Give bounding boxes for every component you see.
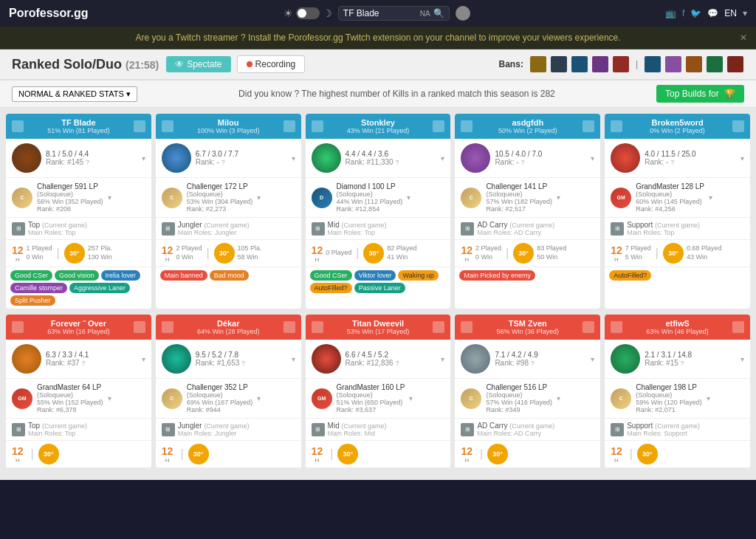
player-avatar xyxy=(611,344,640,374)
facebook-icon[interactable]: f xyxy=(682,8,684,18)
rank-expand-button[interactable]: ▾ xyxy=(709,193,712,202)
header-buttons: 👁 Spectate Recording xyxy=(166,55,305,73)
champ-icon-2 xyxy=(134,321,145,333)
rank-expand-button[interactable]: ▾ xyxy=(557,394,560,402)
player-tag[interactable]: Aggressive Laner xyxy=(69,283,130,293)
expand-button[interactable]: ▾ xyxy=(441,154,444,162)
info-icon[interactable]: ? xyxy=(395,159,399,166)
main-roles: Main Roles: Jungler xyxy=(178,229,250,236)
search-icon[interactable]: 🔍 xyxy=(433,8,444,18)
player-tag[interactable]: AutoFilled? xyxy=(609,270,651,281)
rank-expand-button[interactable]: ▾ xyxy=(409,394,413,402)
current-role: Support (Current game) xyxy=(627,422,700,430)
player-tag[interactable]: Viktor lover xyxy=(354,270,396,281)
player-rank-text: Rank: - ? xyxy=(196,158,287,166)
player-tag[interactable]: Bad mood xyxy=(210,270,249,281)
info-icon[interactable]: ? xyxy=(531,360,535,367)
expand-button[interactable]: ▾ xyxy=(292,154,295,162)
info-icon[interactable]: ? xyxy=(395,360,399,367)
search-box[interactable]: NA 🔍 xyxy=(338,6,450,21)
player-tag[interactable]: Main Picked by enemy xyxy=(459,270,535,281)
recording-button[interactable]: Recording xyxy=(237,55,306,73)
rank-expand-button[interactable]: ▾ xyxy=(707,394,710,402)
expand-button[interactable]: ▾ xyxy=(591,154,594,162)
player-tag[interactable]: Main banned xyxy=(160,270,207,281)
player-tag[interactable]: Good CSer xyxy=(310,270,352,281)
rank-expand-button[interactable]: ▾ xyxy=(557,193,560,202)
info-icon[interactable]: ? xyxy=(81,360,85,367)
expand-button[interactable]: ▾ xyxy=(142,355,145,363)
queue-type: (Soloqueue) xyxy=(187,391,253,399)
stat-divider: | xyxy=(206,247,209,260)
language-button[interactable]: EN xyxy=(724,8,737,18)
ban-champ-10 xyxy=(727,56,743,72)
player-details: 7.1 / 4.2 / 4.9 Rank: #98 ? xyxy=(495,351,586,367)
twitch-icon[interactable]: 📺 xyxy=(665,8,676,18)
hours-label: H xyxy=(165,457,170,464)
expand-button[interactable]: ▾ xyxy=(591,355,594,363)
page-title: Ranked Solo/Duo (21:58) xyxy=(12,57,159,72)
info-icon[interactable]: ? xyxy=(681,360,684,367)
role-icon: ⊞ xyxy=(12,423,25,436)
player-tag[interactable]: Waking up xyxy=(398,270,438,281)
stats-row: 12 H 0 Played | 30° 82 Played 41 Win xyxy=(306,240,451,267)
rank-icon: C xyxy=(162,388,182,409)
expand-button[interactable]: ▾ xyxy=(441,355,444,363)
stats-row: 12 H | 30° xyxy=(156,441,301,468)
expand-button[interactable]: ▾ xyxy=(292,355,295,363)
info-icon[interactable]: ? xyxy=(86,159,89,166)
main-roles: Main Roles: AD Carry xyxy=(477,430,554,437)
win-count: 0 Win xyxy=(176,253,202,262)
info-icon[interactable]: ? xyxy=(241,360,245,367)
main-roles: Main Roles: Mid xyxy=(328,430,387,437)
info-icon[interactable]: ? xyxy=(221,159,225,166)
hours-label: H xyxy=(16,457,20,464)
stats-dropdown-button[interactable]: NORMAL & RANKED STATS ▾ xyxy=(12,86,137,102)
hours-label: H xyxy=(315,457,319,464)
info-icon[interactable]: ? xyxy=(670,159,674,166)
recording-dot-icon xyxy=(247,61,252,67)
player-tag[interactable]: Irelia lover xyxy=(101,270,141,281)
tags-section: Good CSerGood visionIrelia loverCamille … xyxy=(6,267,151,309)
lang-dropdown-icon[interactable]: ▾ xyxy=(743,8,747,18)
spectate-button[interactable]: 👁 Spectate xyxy=(166,56,230,72)
twitter-icon[interactable]: 🐦 xyxy=(690,8,701,18)
rank-expand-button[interactable]: ▾ xyxy=(108,193,111,202)
player-tag[interactable]: Split Pusher xyxy=(10,295,55,306)
rank-expand-button[interactable]: ▾ xyxy=(407,193,410,202)
main-roles: Main Roles: AD Carry xyxy=(477,229,554,236)
announcement-banner: Are you a Twitch streamer ? Install the … xyxy=(0,27,756,49)
hours-stat: 12 H xyxy=(12,445,24,464)
tier-winrate: 60% Win (145 Played) xyxy=(636,198,704,205)
discord-icon[interactable]: 💬 xyxy=(707,8,718,18)
expand-button[interactable]: ▾ xyxy=(740,355,744,363)
rank-expand-button[interactable]: ▾ xyxy=(108,394,111,402)
champ-icon-2 xyxy=(583,321,594,333)
player-tag[interactable]: Camille stomper xyxy=(10,283,67,293)
rank-section: C Challenger 591 LP (Soloqueue) 56% Win … xyxy=(6,178,151,218)
stat-circle: 30° xyxy=(513,243,534,264)
stats-row: 12 H 7 Played 5 Win | 30° 0.68 Played 43… xyxy=(605,240,750,267)
info-icon[interactable]: ? xyxy=(520,159,524,166)
tier-rank: Rank: #2,273 xyxy=(187,205,253,213)
theme-toggle[interactable]: ☀ ☽ xyxy=(284,7,332,19)
expand-button[interactable]: ▾ xyxy=(142,154,145,162)
player-tag[interactable]: Passive Laner xyxy=(354,283,405,293)
rank-expand-button[interactable]: ▾ xyxy=(257,394,261,402)
rank-info: Challenger 198 LP (Soloqueue) 59% Win (1… xyxy=(636,383,702,413)
stat-circle: 30° xyxy=(337,444,358,464)
toggle-switch[interactable] xyxy=(296,7,320,19)
player-tag[interactable]: AutoFilled? xyxy=(310,283,352,293)
top-builds-button[interactable]: Top Builds for 🏆 xyxy=(656,85,744,103)
win-count-2: 41 Win xyxy=(387,253,416,262)
search-input[interactable] xyxy=(343,8,417,18)
player-tag[interactable]: Good vision xyxy=(55,270,99,281)
expand-button[interactable]: ▾ xyxy=(740,154,744,162)
player-tag[interactable]: Good CSer xyxy=(10,270,52,281)
rank-icon: GM xyxy=(611,188,631,208)
stats-row: 12 H | 30° xyxy=(306,441,451,468)
current-role: Top (Current game) xyxy=(28,422,87,430)
rank-expand-button[interactable]: ▾ xyxy=(257,193,261,202)
banner-close-icon[interactable]: ✕ xyxy=(740,32,747,43)
main-roles: Main Roles: Top xyxy=(328,229,387,236)
